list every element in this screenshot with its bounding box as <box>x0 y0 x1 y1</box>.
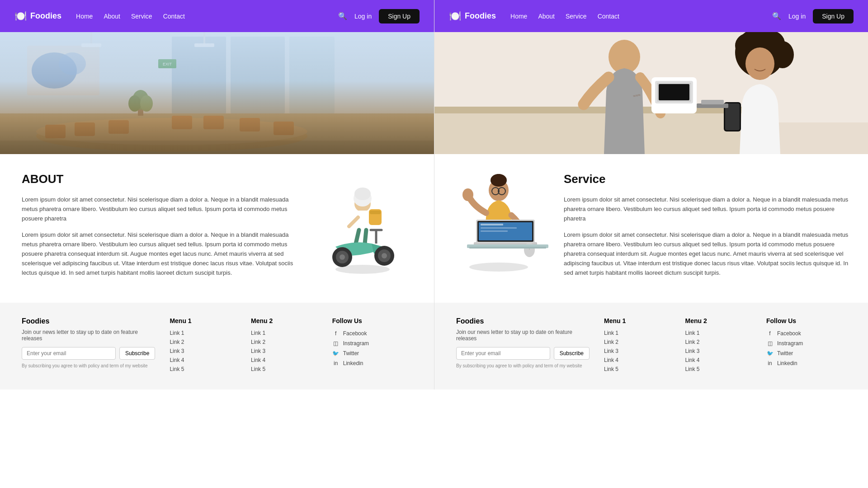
svg-rect-22 <box>90 32 92 46</box>
svg-rect-86 <box>469 247 546 249</box>
svg-rect-4 <box>231 37 285 113</box>
left-about-para2: Lorem ipsum dolor sit amet consectetur. … <box>22 230 298 277</box>
right-footer-subscribe-button[interactable]: Subscribe <box>554 347 590 360</box>
right-nav-links: Home About Service Contact <box>510 13 758 20</box>
right-hero-image: ≈≈≈ <box>434 32 868 154</box>
instagram-icon: ◫ <box>332 340 340 347</box>
left-footer-menu2-link5[interactable]: Link 5 <box>251 366 318 372</box>
left-footer-twitter[interactable]: 🐦 Twitter <box>332 350 412 357</box>
svg-point-48 <box>335 265 390 274</box>
right-footer-email-input[interactable] <box>456 347 550 360</box>
svg-rect-24 <box>203 32 205 46</box>
right-nav-home[interactable]: Home <box>510 13 527 20</box>
right-navbar: 🍽️ Foodies Home About Service Contact 🔍 … <box>434 0 868 32</box>
left-footer-menu1-link3[interactable]: Link 3 <box>170 348 236 354</box>
left-footer-menu1-link5[interactable]: Link 5 <box>170 366 236 372</box>
left-search-icon[interactable]: 🔍 <box>338 12 347 20</box>
left-footer-menu2-link4[interactable]: Link 4 <box>251 357 318 363</box>
svg-point-21 <box>140 95 153 112</box>
right-footer-menu1-link1[interactable]: Link 1 <box>604 330 671 336</box>
right-signup-button[interactable]: Sign Up <box>813 9 854 23</box>
left-footer-subscribe-button[interactable]: Subscribe <box>119 347 155 360</box>
svg-rect-11 <box>45 125 66 138</box>
right-footer-menu2-title: Menu 2 <box>685 317 752 324</box>
svg-line-37 <box>365 230 366 244</box>
scooter-svg <box>317 177 408 281</box>
right-nav-actions: 🔍 Log in Sign Up <box>772 9 854 23</box>
left-footer-menu2-link1[interactable]: Link 1 <box>251 330 318 336</box>
right-footer-menu2-link4[interactable]: Link 4 <box>685 357 752 363</box>
right-nav-contact[interactable]: Contact <box>598 13 619 20</box>
left-about-text: ABOUT Lorem ipsum dolor sit amet consect… <box>22 172 298 285</box>
right-footer-menu1-link5[interactable]: Link 5 <box>604 366 671 372</box>
left-nav-contact[interactable]: Contact <box>163 13 185 20</box>
svg-rect-34 <box>370 211 381 214</box>
right-footer-instagram[interactable]: ◫ Instragram <box>766 340 846 347</box>
svg-rect-80 <box>481 227 517 229</box>
right-footer-linkedin[interactable]: in Linkedin <box>766 360 846 367</box>
svg-point-70 <box>494 174 503 181</box>
left-navbar: 🍽️ Foodies Home About Service Contact 🔍 … <box>0 0 434 32</box>
svg-point-31 <box>354 188 371 200</box>
twitter-icon: 🐦 <box>332 350 340 357</box>
right-nav-about[interactable]: About <box>538 13 555 20</box>
right-search-icon[interactable]: 🔍 <box>772 12 781 20</box>
left-footer-menu2-link3[interactable]: Link 3 <box>251 348 318 354</box>
right-brand: 🍽️ Foodies <box>449 10 496 22</box>
svg-rect-1 <box>0 32 434 113</box>
left-footer: Foodies Join our news letter to stay up … <box>0 303 434 389</box>
svg-rect-13 <box>108 120 129 134</box>
svg-rect-18 <box>138 102 143 116</box>
linkedin-icon: in <box>332 360 340 367</box>
right-brand-icon: 🍽️ <box>449 10 461 22</box>
left-footer-menu1-link2[interactable]: Link 2 <box>170 339 236 345</box>
left-about-section: ABOUT Lorem ipsum dolor sit amet consect… <box>0 154 434 303</box>
left-nav-home[interactable]: Home <box>76 13 93 20</box>
right-footer-brand-col: Foodies Join our news letter to stay up … <box>456 317 590 375</box>
left-footer-menu1-link1[interactable]: Link 1 <box>170 330 236 336</box>
left-signup-button[interactable]: Sign Up <box>379 9 420 23</box>
svg-rect-3 <box>172 37 226 113</box>
right-hero-svg: ≈≈≈ <box>434 32 868 154</box>
left-footer-menu2-title: Menu 2 <box>251 317 318 324</box>
right-footer-follow-col: Follow Us f Facebook ◫ Instragram 🐦 Twit… <box>766 317 846 375</box>
left-footer-instagram[interactable]: ◫ Instragram <box>332 340 412 347</box>
left-login-button[interactable]: Log in <box>354 13 372 20</box>
left-footer-policy: By subscribing you agree to with policy … <box>22 363 155 368</box>
svg-line-36 <box>356 230 359 244</box>
svg-rect-5 <box>289 37 335 113</box>
right-footer-menu2-link2[interactable]: Link 2 <box>685 339 752 345</box>
left-nav-service[interactable]: Service <box>131 13 152 20</box>
svg-rect-67 <box>701 100 724 104</box>
right-login-button[interactable]: Log in <box>788 13 806 20</box>
right-footer-menu1-link3[interactable]: Link 3 <box>604 348 671 354</box>
right-footer-facebook[interactable]: f Facebook <box>766 330 846 337</box>
left-footer-menu2-link2[interactable]: Link 2 <box>251 339 318 345</box>
left-footer-linkedin[interactable]: in Linkedin <box>332 360 412 367</box>
svg-point-19 <box>132 90 149 110</box>
right-footer-menu1-link2[interactable]: Link 2 <box>604 339 671 345</box>
svg-rect-6 <box>27 46 99 95</box>
left-nav-links: Home About Service Contact <box>76 13 324 20</box>
left-footer-menu1-link4[interactable]: Link 4 <box>170 357 236 363</box>
right-service-illustration <box>449 172 553 285</box>
left-nav-about[interactable]: About <box>104 13 120 20</box>
right-footer-menu2-link5[interactable]: Link 5 <box>685 366 752 372</box>
right-footer-menu1-link4[interactable]: Link 4 <box>604 357 671 363</box>
right-footer-twitter[interactable]: 🐦 Twitter <box>766 350 846 357</box>
left-footer-facebook[interactable]: f Facebook <box>332 330 412 337</box>
right-nav-service[interactable]: Service <box>566 13 587 20</box>
right-footer-menu2-link3[interactable]: Link 3 <box>685 348 752 354</box>
svg-rect-12 <box>75 122 95 136</box>
left-footer-email-input[interactable] <box>22 347 116 360</box>
right-footer-policy: By subscribing you agree to with policy … <box>456 363 590 368</box>
svg-rect-0 <box>0 32 434 154</box>
svg-point-8 <box>59 52 86 75</box>
svg-rect-16 <box>240 118 260 131</box>
right-footer-menu2-link1[interactable]: Link 1 <box>685 330 752 336</box>
right-footer-tagline: Join our news letter to stay up to date … <box>456 329 590 342</box>
svg-point-10 <box>36 118 307 145</box>
left-brand-name: Foodies <box>30 11 61 21</box>
svg-rect-23 <box>81 43 101 47</box>
left-scooter-illustration <box>313 172 412 285</box>
